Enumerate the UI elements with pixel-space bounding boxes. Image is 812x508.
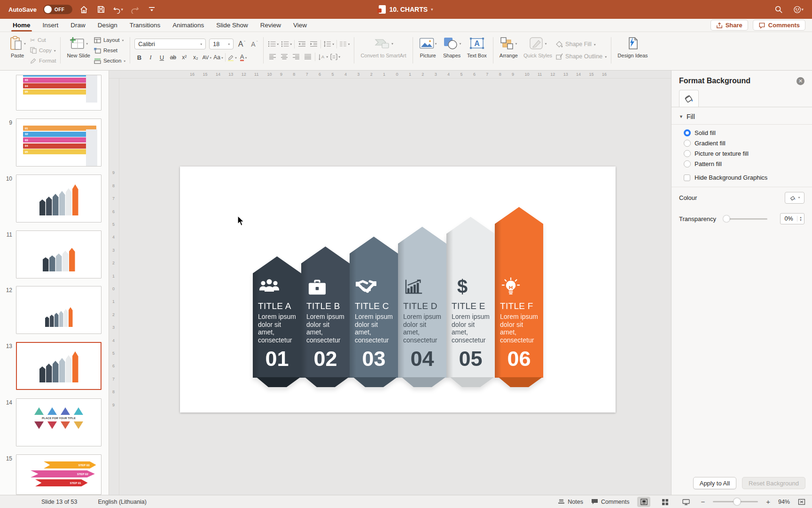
comments-button[interactable]: Comments: [753, 20, 805, 31]
undo-icon[interactable]: ▾: [113, 4, 123, 15]
fill-option-solid-fill[interactable]: Solid fill: [684, 129, 804, 136]
slide-thumbnail[interactable]: [16, 175, 102, 222]
slide-editing-area[interactable]: TITLE ALorem ipsum dolor sit amet, conse…: [180, 167, 616, 413]
transparency-slider-thumb[interactable]: [723, 215, 730, 222]
new-slide-button[interactable]: ▾ New Slide: [65, 33, 92, 67]
tab-design[interactable]: Design: [92, 19, 124, 32]
infographic-column[interactable]: TITLE DLorem ipsum dolor sit amet, conse…: [398, 227, 446, 389]
zoom-out-icon[interactable]: −: [701, 498, 705, 506]
slide-thumbnail-panel[interactable]: 02030405901020304051011121314PLACE FOR Y…: [0, 71, 109, 495]
text-direction-button[interactable]: A ▾: [318, 52, 328, 62]
design-ideas-button[interactable]: Design Ideas: [616, 33, 649, 67]
tab-review[interactable]: Review: [254, 19, 287, 32]
section-button[interactable]: Section ▾: [94, 57, 125, 64]
normal-view-button[interactable]: [637, 497, 650, 507]
columns-button[interactable]: ▾: [339, 40, 350, 49]
slide-thumbnail[interactable]: [16, 230, 102, 278]
zoom-slider[interactable]: [713, 501, 758, 502]
align-left-button[interactable]: [268, 52, 277, 62]
justify-button[interactable]: [303, 52, 312, 62]
subscript-button[interactable]: x₂: [191, 53, 200, 62]
infographic-column[interactable]: TITLE CLorem ipsum dolor sit amet, conse…: [350, 237, 398, 389]
infographic-column[interactable]: TITLE BLorem ipsum dolor sit amet, conse…: [301, 246, 350, 389]
undo-chevron-icon[interactable]: ▾: [121, 7, 123, 12]
slide-thumbnail[interactable]: [16, 342, 102, 390]
close-panel-icon[interactable]: ✕: [796, 77, 804, 85]
font-family-select[interactable]: Calibri▾: [134, 39, 206, 49]
slideshow-view-button[interactable]: [679, 497, 693, 507]
fill-option-gradient-fill[interactable]: Gradient fill: [684, 140, 804, 147]
fit-to-window-icon[interactable]: [798, 499, 805, 505]
align-center-button[interactable]: [280, 52, 289, 62]
slide-sorter-view-button[interactable]: [658, 497, 671, 507]
shape-outline-button[interactable]: Shape Outline ▾: [556, 53, 607, 60]
slide-thumbnail[interactable]: [16, 286, 102, 334]
colour-picker-button[interactable]: ▾: [785, 192, 804, 204]
hide-bg-checkbox[interactable]: [684, 175, 690, 181]
transparency-value-box[interactable]: 0% ▲▼: [780, 213, 804, 224]
slide-thumbnail[interactable]: 02030405: [16, 75, 102, 111]
radio-button[interactable]: [684, 140, 691, 147]
tab-insert[interactable]: Insert: [37, 19, 65, 32]
character-spacing-button[interactable]: AV▾: [202, 53, 211, 62]
paste-button[interactable]: ▾ Paste: [7, 33, 28, 67]
tab-slide-show[interactable]: Slide Show: [210, 19, 254, 32]
align-text-button[interactable]: ▾: [330, 52, 340, 62]
share-button[interactable]: Share: [710, 20, 748, 31]
tab-animations[interactable]: Animations: [166, 19, 210, 32]
infographic-column[interactable]: $TITLE ELorem ipsum dolor sit amet, cons…: [446, 217, 495, 389]
customize-toolbar-icon[interactable]: [147, 4, 157, 15]
slide-canvas[interactable]: 1615141312111098765432101234567891011121…: [109, 71, 671, 495]
radio-button[interactable]: [684, 150, 691, 157]
apply-to-all-button[interactable]: Apply to All: [693, 477, 736, 489]
infographic-column[interactable]: TITLE FLorem ipsum dolor sit amet, conse…: [495, 207, 543, 389]
arrange-button[interactable]: ▾ Arrange: [498, 33, 520, 67]
search-icon[interactable]: [773, 4, 784, 15]
font-colour-button[interactable]: A ▾: [239, 53, 248, 62]
hide-background-graphics-option[interactable]: Hide Background Graphics: [671, 169, 812, 187]
copy-button[interactable]: Copy ▾: [30, 47, 56, 54]
decrease-indent-button[interactable]: [297, 40, 306, 49]
font-size-select[interactable]: 18▾: [209, 39, 234, 49]
superscript-button[interactable]: x²: [180, 53, 189, 62]
highlight-colour-button[interactable]: ▾: [227, 53, 237, 62]
title-chevron-icon[interactable]: ▾: [431, 7, 433, 12]
slide-thumbnail[interactable]: 0102030405: [16, 119, 102, 167]
grow-font-button[interactable]: Aˆ: [237, 40, 246, 49]
quick-styles-button[interactable]: ▾ Quick Styles: [522, 33, 554, 67]
cut-button[interactable]: ✂ Cut: [30, 36, 56, 44]
document-title[interactable]: 10. CHARTS: [389, 6, 428, 13]
zoom-slider-thumb[interactable]: [734, 498, 741, 505]
autosave-toggle[interactable]: OFF: [43, 5, 72, 14]
reset-button[interactable]: Reset: [94, 47, 125, 54]
convert-smartart-button[interactable]: ▾ Convert to SmartArt: [359, 33, 408, 67]
comments-status-button[interactable]: Comments: [591, 499, 629, 505]
change-case-button[interactable]: Aa▾: [213, 53, 223, 62]
bold-button[interactable]: B: [134, 53, 144, 62]
tab-transitions[interactable]: Transitions: [124, 19, 167, 32]
tab-draw[interactable]: Draw: [64, 19, 92, 32]
infographic-column[interactable]: TITLE ALorem ipsum dolor sit amet, conse…: [253, 256, 301, 389]
fill-tab[interactable]: [679, 90, 699, 107]
account-chevron-icon[interactable]: ▾: [801, 7, 804, 12]
shape-fill-button[interactable]: Shape Fill ▾: [556, 40, 607, 48]
numbering-button[interactable]: ▾: [281, 40, 292, 49]
language-indicator[interactable]: English (Lithuania): [98, 499, 147, 505]
account-icon[interactable]: ▾: [793, 4, 804, 15]
tab-home[interactable]: Home: [7, 19, 37, 32]
bullets-button[interactable]: ▾: [268, 40, 279, 49]
shrink-font-button[interactable]: Aˇ: [250, 40, 259, 49]
transparency-stepper[interactable]: ▲▼: [797, 216, 804, 222]
fill-option-pattern-fill[interactable]: Pattern fill: [684, 160, 804, 167]
tab-view[interactable]: View: [287, 19, 313, 32]
transparency-slider[interactable]: [724, 218, 767, 220]
underline-button[interactable]: U: [157, 53, 166, 62]
italic-button[interactable]: I: [146, 53, 155, 62]
save-icon[interactable]: [96, 4, 106, 15]
radio-button[interactable]: [684, 129, 691, 136]
radio-button[interactable]: [684, 160, 691, 167]
layout-button[interactable]: Layout ▾: [94, 36, 125, 44]
slide-thumbnail[interactable]: PLACE FOR YOUR TITLE: [16, 398, 102, 446]
picture-button[interactable]: ▾ Picture: [417, 33, 439, 67]
shapes-button[interactable]: ▾ Shapes: [441, 33, 463, 67]
